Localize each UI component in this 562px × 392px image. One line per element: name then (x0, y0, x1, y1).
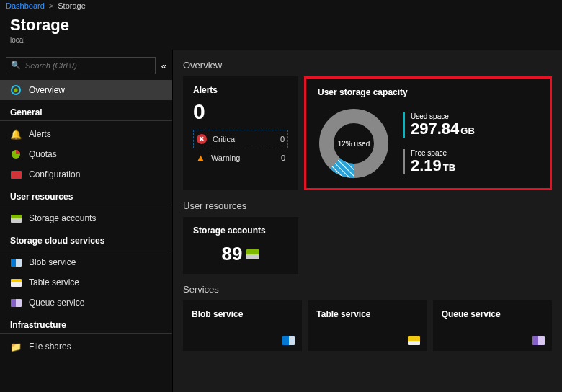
storage-accounts-card[interactable]: Storage accounts 89 (183, 217, 298, 274)
alerts-critical-label: Critical (213, 135, 237, 143)
sidebar-item-overview[interactable]: Overview (0, 80, 172, 100)
used-space-stat: Used space 297.84GB (403, 112, 475, 138)
page-header: Storage local (0, 12, 562, 50)
storage-accounts-icon (10, 213, 22, 224)
sidebar-item-label: File shares (29, 342, 71, 352)
page-subtitle: local (10, 36, 552, 44)
capacity-card-title: User storage capacity (318, 87, 538, 97)
blob-service-title: Blob service (192, 309, 293, 319)
sidebar-item-label: Configuration (29, 169, 80, 179)
alerts-card[interactable]: Alerts 0 ✖ Critical 0 ▲ Warning 0 (183, 76, 298, 190)
sidebar-section-user-resources: User resources (0, 184, 172, 205)
queue-service-title: Queue service (442, 309, 543, 319)
sidebar-item-file-shares[interactable]: 📁 File shares (0, 337, 172, 357)
queue-service-icon (10, 297, 22, 308)
free-space-unit: TB (443, 162, 455, 173)
critical-icon: ✖ (197, 134, 207, 144)
alerts-card-title: Alerts (193, 85, 288, 95)
alerts-critical-row[interactable]: ✖ Critical 0 (193, 130, 288, 148)
sidebar-item-label: Alerts (29, 129, 51, 139)
page-title: Storage (10, 16, 552, 35)
used-space-value: 297.84 (411, 120, 459, 138)
collapse-sidebar-icon[interactable]: « (156, 61, 166, 71)
sidebar-item-configuration[interactable]: Configuration (0, 164, 172, 184)
sidebar-item-label: Quotas (29, 149, 57, 159)
table-service-title: Table service (316, 309, 418, 319)
sidebar-item-blob-service[interactable]: Blob service (0, 252, 172, 272)
section-title-user-resources: User resources (183, 200, 552, 211)
sidebar-item-label: Storage accounts (29, 213, 96, 223)
quota-icon (10, 148, 22, 160)
free-space-stat: Free space 2.19TB (403, 149, 475, 174)
bell-icon: 🔔 (10, 128, 22, 140)
content-area: Overview Alerts 0 ✖ Critical 0 ▲ Warning… (173, 50, 562, 392)
section-title-overview: Overview (183, 60, 552, 71)
table-service-card[interactable]: Table service (308, 300, 427, 351)
alerts-critical-value: 0 (280, 135, 285, 143)
sidebar-item-storage-accounts[interactable]: Storage accounts (0, 208, 172, 228)
breadcrumb-current: Storage (58, 1, 86, 10)
blob-service-card[interactable]: Blob service (183, 300, 302, 351)
alerts-warning-row[interactable]: ▲ Warning 0 (193, 148, 288, 166)
sidebar-section-cloud-services: Storage cloud services (0, 228, 172, 249)
sidebar-item-quotas[interactable]: Quotas (0, 144, 172, 164)
overview-icon (10, 84, 22, 96)
table-service-icon (408, 336, 420, 345)
search-icon: 🔍 (11, 61, 21, 70)
sidebar: 🔍 « Overview General 🔔 Alerts Quotas Con… (0, 50, 173, 392)
free-space-value: 2.19 (411, 156, 442, 174)
configuration-icon (10, 169, 22, 180)
storage-accounts-card-title: Storage accounts (193, 226, 288, 236)
sidebar-section-infrastructure: Infrastructure (0, 313, 172, 334)
chevron-right-icon: > (49, 1, 53, 10)
used-space-unit: GB (460, 125, 475, 136)
alerts-count: 0 (193, 101, 288, 122)
search-input[interactable] (6, 57, 156, 74)
capacity-card[interactable]: User storage capacity (304, 76, 552, 190)
sidebar-section-general: General (0, 100, 172, 121)
sidebar-item-label: Queue service (29, 298, 84, 308)
breadcrumb: Dashboard > Storage (0, 0, 562, 12)
sidebar-item-queue-service[interactable]: Queue service (0, 293, 172, 313)
breadcrumb-dashboard-link[interactable]: Dashboard (6, 1, 45, 10)
sidebar-item-label: Table service (29, 277, 79, 288)
storage-accounts-count: 89 (222, 243, 243, 265)
queue-service-card[interactable]: Queue service (433, 300, 552, 351)
sidebar-item-table-service[interactable]: Table service (0, 272, 172, 293)
sidebar-item-alerts[interactable]: 🔔 Alerts (0, 124, 172, 144)
alerts-warning-label: Warning (211, 153, 241, 162)
storage-accounts-icon (246, 249, 259, 259)
warning-icon: ▲ (196, 152, 205, 163)
queue-service-icon (532, 336, 545, 345)
folder-icon: 📁 (10, 341, 22, 352)
blob-service-icon (282, 336, 295, 345)
section-title-services: Services (183, 284, 552, 295)
sidebar-item-label: Overview (29, 85, 65, 95)
sidebar-item-label: Blob service (29, 257, 76, 267)
blob-service-icon (10, 257, 22, 268)
table-service-icon (10, 277, 22, 288)
capacity-donut-chart: 12% used (318, 107, 390, 179)
capacity-percent-label: 12% used (318, 107, 390, 179)
alerts-warning-value: 0 (281, 153, 285, 162)
svg-point-1 (14, 89, 18, 92)
